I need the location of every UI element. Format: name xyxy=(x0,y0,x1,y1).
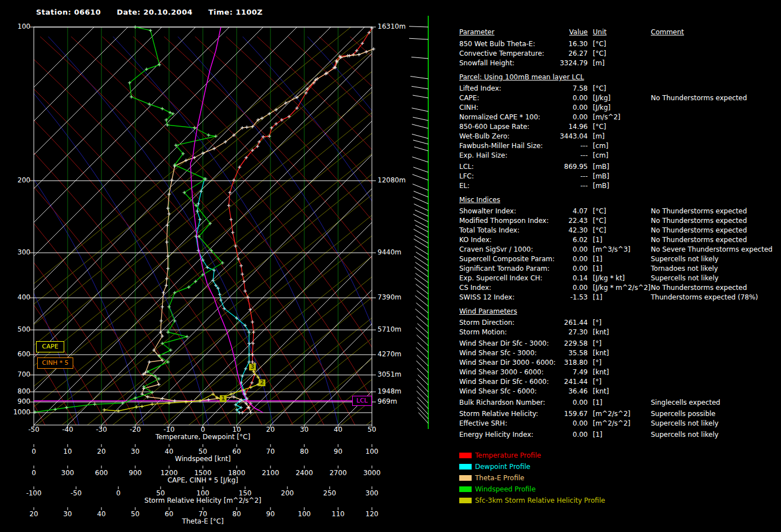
windspeed-markers xyxy=(33,25,224,414)
param-value: 0.00 xyxy=(534,284,588,292)
param-label: Exp. Supercell Index CH: xyxy=(459,274,543,282)
axis-1-tick-label: 30 xyxy=(131,448,139,455)
legend-label-4: Sfc-3km Storm Relative Helicity Profile xyxy=(475,497,605,504)
param-label: Storm Motion: xyxy=(459,328,507,336)
param-unit: [knt] xyxy=(593,368,609,376)
param-comment: No Thunderstorms expected xyxy=(651,284,747,292)
panel-header-value: Value xyxy=(534,28,588,36)
axis-0-tick-label: 10 xyxy=(232,426,241,433)
legend-label-3: Windspeed Profile xyxy=(475,485,536,493)
param-label: KO Index: xyxy=(459,236,492,244)
param-label: Wind Shear 3000 - 6000: xyxy=(459,368,544,376)
legend-swatch-3 xyxy=(459,486,472,492)
axis-4-tick-label: 80 xyxy=(232,510,241,518)
height-tick-label: 1948m xyxy=(378,387,401,395)
axis-0-title: Temperature, Dewpoint [°C] xyxy=(156,433,250,441)
param-label: Snowfall Height: xyxy=(459,59,514,67)
param-label: LCL: xyxy=(459,163,474,171)
param-label: 850 Wet Bulb Theta-E: xyxy=(459,40,535,48)
panel-section-title: Parcel: Using 100mB mean layer LCL xyxy=(459,73,584,81)
sfc3km_srh-profile-line xyxy=(104,364,262,411)
param-value: 22.43 xyxy=(534,217,588,225)
axis-1-tick-label: 100 xyxy=(366,448,379,455)
axis-0-tick-label: -10 xyxy=(163,426,175,433)
pressure-tick-label: 800 xyxy=(7,387,30,395)
param-value: 7.58 xyxy=(534,84,588,92)
param-label: CINH: xyxy=(459,104,478,111)
param-value: 0.00 xyxy=(534,399,588,406)
param-value: 42.30 xyxy=(534,226,588,234)
axis-1-tick-label: 80 xyxy=(300,448,308,455)
axis-4-title: Theta-E [°C] xyxy=(182,517,224,525)
axis-1-tick-label: 60 xyxy=(232,448,241,455)
param-label: CS Index: xyxy=(459,284,491,292)
pressure-tick-label: 1000 xyxy=(7,408,30,416)
param-unit: [1] xyxy=(593,399,602,406)
legend-swatch-0 xyxy=(459,453,472,458)
param-unit: [°C] xyxy=(593,123,606,131)
height-tick-label: 16310m xyxy=(378,23,406,30)
height-tick-label: 7390m xyxy=(378,293,401,301)
axis-1-tick-label: 10 xyxy=(63,448,72,455)
param-label: Energy Helicity Index: xyxy=(459,431,534,439)
pressure-tick-label: 600 xyxy=(7,350,30,358)
param-comment: Tornadoes not likely xyxy=(651,265,718,272)
panel-header-parameter: Parameter xyxy=(459,28,494,36)
param-unit: [m^3/s^3] xyxy=(593,245,631,253)
param-value: 26.27 xyxy=(534,50,588,57)
axis-3-tick-label: 100 xyxy=(197,489,210,497)
axis-4-tick-label: 70 xyxy=(198,510,207,518)
param-unit: [1] xyxy=(593,265,602,272)
param-label: CAPE: xyxy=(459,94,479,102)
param-value: 159.67 xyxy=(534,410,588,418)
panel-header-comment: Comment xyxy=(651,28,684,36)
axis-0-tick-label: -30 xyxy=(96,426,107,433)
axis-4-tick-label: 40 xyxy=(97,510,105,518)
param-value: 0.00 xyxy=(534,94,588,102)
param-comment: Supercells possible xyxy=(651,410,716,418)
param-unit: [m] xyxy=(593,59,605,67)
param-label: Total Totals Index: xyxy=(459,226,520,234)
cape-annotation-box: CAPE xyxy=(36,341,64,352)
axis-0-tick-label: 30 xyxy=(300,426,308,433)
axis-3-tick-label: 50 xyxy=(156,489,165,497)
param-label: SWISS 12 Index: xyxy=(459,293,514,301)
param-unit: [°] xyxy=(593,359,601,366)
pressure-tick-label: 300 xyxy=(7,248,30,256)
param-label: Lifted Index: xyxy=(459,84,502,92)
param-value: 36.46 xyxy=(534,387,588,395)
param-comment: Singlecells expected xyxy=(651,399,720,406)
param-comment: No Thunderstorms expected xyxy=(651,236,747,244)
height-tick-label: 4270m xyxy=(378,350,401,358)
sounding-app-window: Station: 06610Date: 20.10.2004Time: 1100… xyxy=(0,0,781,532)
axis-0-tick-label: -40 xyxy=(62,426,73,433)
param-value: 318.80 xyxy=(534,359,588,366)
param-unit: [J/kg * m^2/s^2] xyxy=(593,284,651,292)
param-label: Storm Relative Helicity: xyxy=(459,410,538,418)
theta_e-profile-line xyxy=(142,49,374,413)
axis-2-title: CAPE, CINH * 5 [J/kg] xyxy=(167,476,238,484)
axis-2-tick-label: 600 xyxy=(95,469,108,477)
axis-2-tick-label: 2400 xyxy=(296,469,313,477)
axis-4-tick-label: 60 xyxy=(165,510,173,518)
param-unit: [1] xyxy=(593,293,602,301)
param-comment: No Thunderstorms expected xyxy=(651,207,747,215)
param-unit: [°C] xyxy=(593,50,606,57)
param-value: 0.00 xyxy=(534,245,588,253)
axis-0-tick-label: 20 xyxy=(266,426,274,433)
param-label: Wind Shear Sfc - 3000: xyxy=(459,349,537,357)
param-label: Storm Direction: xyxy=(459,319,514,327)
param-unit: [°C] xyxy=(593,217,606,225)
param-unit: [J/kg] xyxy=(593,104,611,111)
param-unit: [°C] xyxy=(593,207,606,215)
param-value: 3324.79 xyxy=(534,59,588,67)
axis-2-tick-label: 2100 xyxy=(262,469,279,477)
pressure-tick-label: 900 xyxy=(7,397,30,405)
legend-label-1: Dewpoint Profile xyxy=(475,463,530,471)
param-unit: [J/kg * kt] xyxy=(593,274,625,282)
axis-1-title: Windspeed [knt] xyxy=(175,455,231,463)
param-label: Normalized CAPE * 100: xyxy=(459,113,540,121)
axis-4-tick-label: 110 xyxy=(332,510,345,518)
param-unit: [J/kg] xyxy=(593,94,611,102)
param-value: 0.00 xyxy=(534,255,588,263)
